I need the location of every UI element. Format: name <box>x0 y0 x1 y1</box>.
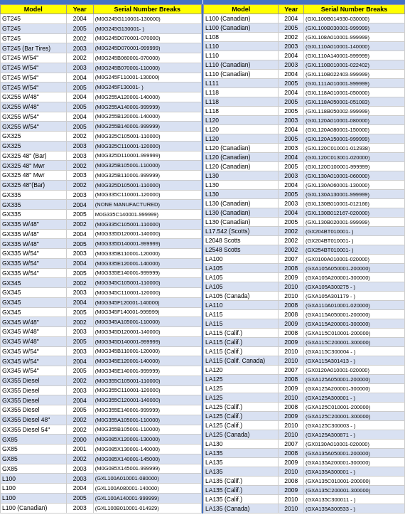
cell-serial: (M0G345C105001-110000) <box>93 278 201 288</box>
table-row: GX3352004(NONE MANUFACTURED) <box>1 200 202 210</box>
cell-model: GX345 W/48" <box>1 336 67 346</box>
cell-year: 2001 <box>66 445 93 454</box>
cell-model: L110 (Canadian) <box>204 70 279 79</box>
cell-model: GX85 <box>1 445 67 454</box>
cell-model: GX355 Diesel 48" <box>1 415 67 425</box>
cell-year: 2002 <box>66 219 93 229</box>
cell-year: 2008 <box>279 301 304 310</box>
table-row: LA1352010(GXA135A300001 - ) <box>204 467 405 477</box>
cell-model: LA135 <box>204 449 279 458</box>
table-row: GT245 W/54"2003(M0G245B070001-110000) <box>1 63 202 73</box>
table-row: L130 (Canadian)2005(GXL130B020001-999999… <box>204 218 405 227</box>
cell-model: GX345 W/48" <box>1 327 67 337</box>
cell-serial: (GXA125C300003 - ) <box>303 421 404 430</box>
cell-model: GX335 <box>1 200 67 210</box>
cell-year: 2003 <box>279 60 304 70</box>
cell-year: 2002 <box>66 425 93 435</box>
right-col-year: Year <box>279 5 304 14</box>
table-row: GX335 W/48"2004(M0G335D120001-140000) <box>1 229 202 239</box>
cell-serial: (GXL120D100001-999999) <box>303 162 404 171</box>
cell-year: 2005 <box>66 122 93 132</box>
cell-serial: (GXA115C010001-200000) <box>303 329 404 338</box>
cell-model: LA105 <box>204 273 279 282</box>
table-row: GX3452005(M0G345F140001-999999) <box>1 307 202 317</box>
cell-year: 2009 <box>279 412 304 421</box>
table-row: GX335 W/54"2004(M0G335E120001-140000) <box>1 258 202 268</box>
cell-serial: (M0G085X140001-145000) <box>93 454 201 464</box>
cell-serial: (GXL130A010001-060000) <box>303 171 404 181</box>
table-row: LA135 (Calif.)2010(GXA135C300011 - ) <box>204 495 405 504</box>
cell-year: 2010 <box>279 504 304 514</box>
cell-serial: (M0G325D110001-999999) <box>93 151 201 161</box>
cell-serial: (M0G245B070001-110000) <box>93 63 201 73</box>
cell-model: GX335 W/54" <box>1 258 67 268</box>
cell-model: L130 <box>204 181 279 190</box>
cell-model: L130 <box>204 190 279 199</box>
cell-year: 2003 <box>279 42 304 51</box>
cell-model: LA135 <box>204 467 279 477</box>
cell-serial: (GXA135C300011 - ) <box>303 495 404 504</box>
table-row: L17.542 (Scotts)2002(GX204BT010001- ) <box>204 227 405 236</box>
cell-year: 2010 <box>279 347 304 356</box>
table-row: LA125 (Calif.)2010(GXA125C300003 - ) <box>204 421 405 430</box>
cell-year: 2000 <box>66 435 93 445</box>
cell-year: 2009 <box>279 458 304 467</box>
table-row: L1302003(GXL130A010001-060000) <box>204 171 405 181</box>
table-row: GX3352003(M0G335C110001-120000) <box>1 190 202 200</box>
table-row: LA115 (Calif.)2008(GXA115C010001-200000) <box>204 329 405 338</box>
cell-model: L120 (Canadian) <box>204 144 279 153</box>
cell-serial: (M0G335D140001-999999) <box>93 239 201 249</box>
cell-year: 2003 <box>66 249 93 259</box>
cell-serial: (M0G355C110001-120000) <box>93 385 201 395</box>
table-row: L1182004(GXL118A010001-050000) <box>204 88 405 97</box>
cell-serial: (M0G345D120001-140000) <box>93 327 201 337</box>
table-row: L1302005(GXL130A130001-999999) <box>204 190 405 199</box>
cell-year: 2004 <box>279 70 304 79</box>
cell-model: LA110 <box>204 301 279 310</box>
left-col-year: Year <box>66 5 93 14</box>
cell-model: GX345 <box>1 297 67 307</box>
table-row: LA1302007(GX0130A010001-020000) <box>204 440 405 449</box>
table-row: GX345 W/54"2004(M0G345E120001-140000) <box>1 356 202 366</box>
table-row: LA1252010(GXA125A300001 - ) <box>204 393 405 403</box>
cell-model: L111 <box>204 79 279 88</box>
table-row: GX852000(M0G085X120001-130000) <box>1 435 202 445</box>
cell-year: 2002 <box>66 454 93 464</box>
cell-year: 2002 <box>66 180 93 190</box>
table-row: GX345 W/48"2005(M0G345D140001-999999) <box>1 336 202 346</box>
cell-year: 2003 <box>66 474 93 484</box>
cell-model: LA125 <box>204 393 279 403</box>
table-row: L120 (Canadian)2003(GXL120C010001-012938… <box>204 144 405 153</box>
cell-model: LA125 (Calif.) <box>204 412 279 421</box>
table-row: LA105 (Canada)2010(GXA105A301179 - ) <box>204 292 405 301</box>
cell-model: L120 (Canadian) <box>204 162 279 171</box>
cell-year: 2005 <box>279 79 304 88</box>
cell-year: 2005 <box>279 107 304 116</box>
cell-year: 2007 <box>279 255 304 264</box>
cell-year: 2003 <box>279 144 304 153</box>
cell-year: 2007 <box>279 440 304 449</box>
table-row: LA1252008(GXA125A050001-200000) <box>204 375 405 384</box>
table-row: GX355 Diesel 48"2002(M0G355A105001-11000… <box>1 415 202 425</box>
cell-serial: (GXL110A140001-999999) <box>303 51 404 60</box>
cell-serial: (M0G335C110001-120000) <box>93 190 201 200</box>
cell-model: GT245 <box>1 33 67 43</box>
cell-model: L100 <box>1 493 67 503</box>
cell-model: GX325 <box>1 132 67 142</box>
cell-serial: (GX0100A010001-020000) <box>303 255 404 264</box>
cell-year: 2005 <box>279 97 304 107</box>
cell-serial: (GXA135A050001-200000) <box>303 449 404 458</box>
cell-year: 2002 <box>279 33 304 42</box>
cell-serial: (M0G245G110001-130000) <box>93 14 201 24</box>
cell-model: GX335 W/48" <box>1 229 67 239</box>
cell-serial: (GX204BT010001- ) <box>303 236 404 245</box>
table-row: LA1352009(GXA135A200001-300000) <box>204 458 405 467</box>
cell-year: 2002 <box>66 317 93 327</box>
table-row: GX335 W/54"2003(M0G335B110001-120000) <box>1 249 202 259</box>
cell-model: GX335 W/48" <box>1 219 67 229</box>
table-row: L120 (Canadian)2004(GXL120C013001-020000… <box>204 153 405 162</box>
table-row: GX345 W/48"2002(M0G345A105001-110000) <box>1 317 202 327</box>
table-row: GX355 Diesel2004(M0G355C120001-140000) <box>1 395 202 405</box>
cell-year: 2004 <box>66 395 93 405</box>
table-row: L1182005(GXL118A050001-051083) <box>204 97 405 107</box>
